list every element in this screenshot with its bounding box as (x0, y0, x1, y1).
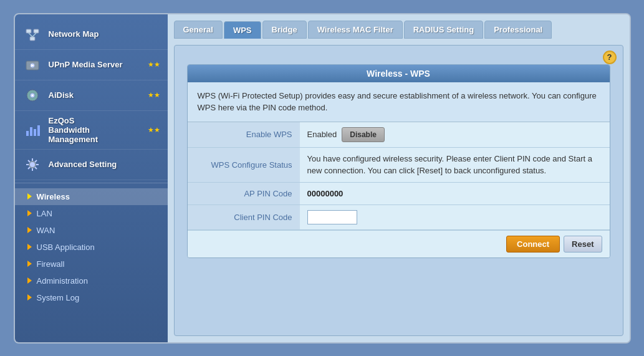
upnp-icon (22, 55, 42, 75)
svg-line-21 (35, 167, 37, 169)
sidebar-item-wan[interactable]: WAN (15, 222, 168, 239)
aidisk-star: ★★ (148, 91, 160, 99)
wps-title: Wireless - WPS (188, 65, 610, 82)
svg-rect-11 (26, 131, 29, 136)
connect-button[interactable]: Connect (506, 236, 560, 253)
enable-wps-label: Enable WPS (188, 122, 300, 147)
wireless-arrow-icon (27, 193, 32, 200)
sidebar-item-system-log[interactable]: System Log (15, 289, 168, 306)
sidebar-aidisk-label: AiDisk (49, 90, 74, 100)
tab-wireless-mac-filter[interactable]: Wireless MAC Filter (308, 21, 403, 39)
administration-arrow-icon (27, 277, 32, 284)
sidebar-item-firewall[interactable]: Firewall (15, 256, 168, 272)
lan-arrow-icon (27, 210, 32, 216)
aidisk-icon (22, 85, 42, 105)
sidebar-advanced-label: Advanced Setting (49, 160, 117, 169)
tab-bridge[interactable]: Bridge (262, 21, 307, 39)
network-map-icon (22, 24, 42, 44)
sidebar-network-map-label: Network Map (49, 29, 99, 39)
wps-configure-status-value: You have configured wireless security. P… (300, 148, 610, 182)
client-pin-label: Client PIN Code (188, 205, 300, 229)
ap-pin-label: AP PIN Code (188, 183, 300, 204)
tabs-bar: General WPS Bridge Wireless MAC Filter R… (174, 21, 623, 39)
sidebar-divider (15, 183, 168, 183)
sidebar-item-usb[interactable]: USB Application (15, 239, 168, 256)
svg-rect-0 (26, 29, 31, 33)
sidebar-system-log-label: System Log (37, 293, 80, 302)
svg-line-23 (28, 167, 30, 169)
client-pin-input[interactable] (307, 210, 357, 224)
sidebar-administration-label: Administration (37, 276, 88, 286)
sidebar-item-network-map[interactable]: Network Map (15, 19, 168, 50)
usb-arrow-icon (27, 244, 32, 250)
svg-rect-13 (34, 129, 36, 136)
main-window: Network Map UPnP Media Server ★★ (14, 13, 631, 344)
wps-container: Wireless - WPS WPS (Wi-Fi Protected Setu… (187, 64, 610, 258)
svg-rect-2 (30, 37, 35, 41)
sidebar-item-wireless[interactable]: Wireless (15, 188, 168, 205)
svg-rect-1 (34, 29, 39, 33)
sidebar-item-lan[interactable]: LAN (15, 205, 168, 222)
wps-description: WPS (Wi-Fi Protected Setup) provides eas… (188, 82, 610, 122)
client-pin-row: Client PIN Code (188, 205, 610, 230)
ezqos-icon (22, 120, 42, 140)
sidebar-wan-label: WAN (37, 226, 55, 235)
main-content: General WPS Bridge Wireless MAC Filter R… (168, 14, 630, 342)
sidebar-upnp-label: UPnP Media Server (49, 60, 123, 69)
sidebar: Network Map UPnP Media Server ★★ (15, 14, 168, 342)
svg-line-3 (29, 33, 32, 37)
wps-enable-row: Enable WPS Enabled Disable (188, 122, 610, 148)
sidebar-item-advanced[interactable]: Advanced Setting (15, 150, 168, 180)
tab-wps[interactable]: WPS (224, 21, 261, 39)
wps-configure-row: WPS Configure Status You have configured… (188, 148, 610, 183)
wps-buttons-row: Connect Reset (188, 230, 610, 257)
disable-button[interactable]: Disable (342, 127, 385, 142)
firewall-arrow-icon (27, 261, 32, 267)
svg-point-15 (29, 161, 36, 168)
sidebar-item-aidisk[interactable]: AiDisk ★★ (15, 80, 168, 111)
sidebar-item-upnp[interactable]: UPnP Media Server ★★ (15, 50, 168, 80)
ezqos-star: ★★ (148, 126, 160, 134)
sidebar-sub-section: Wireless LAN WAN USB Application Firewal… (15, 186, 168, 309)
wps-configure-status-label: WPS Configure Status (188, 148, 300, 182)
wps-panel: ? Wireless - WPS WPS (Wi-Fi Protected Se… (174, 45, 623, 336)
sidebar-item-administration[interactable]: Administration (15, 272, 168, 289)
svg-point-10 (31, 94, 33, 96)
svg-line-20 (28, 160, 30, 162)
ap-pin-value-cell: 00000000 (300, 183, 610, 204)
sidebar-item-ezqos[interactable]: EzQoS Bandwidth Management ★★ (15, 111, 168, 150)
ap-pin-row: AP PIN Code 00000000 (188, 183, 610, 205)
tab-radius-setting[interactable]: RADIUS Setting (404, 21, 484, 39)
advanced-icon (22, 155, 42, 175)
wps-configure-status-text: You have configured wireless security. P… (307, 153, 602, 177)
sidebar-wireless-label: Wireless (37, 192, 70, 201)
tab-general[interactable]: General (174, 21, 223, 39)
enabled-status-text: Enabled (307, 130, 337, 139)
reset-button[interactable]: Reset (564, 236, 602, 253)
system-log-arrow-icon (27, 294, 32, 301)
sidebar-ezqos-label: EzQoS Bandwidth Management (49, 116, 142, 144)
client-pin-value-cell (300, 205, 610, 229)
svg-line-4 (32, 33, 36, 37)
svg-rect-14 (37, 125, 40, 136)
svg-rect-12 (30, 127, 32, 136)
sidebar-lan-label: LAN (37, 209, 52, 218)
sidebar-usb-label: USB Application (37, 243, 95, 252)
wan-arrow-icon (27, 227, 32, 233)
enable-wps-value: Enabled Disable (300, 122, 610, 147)
help-button[interactable]: ? (603, 51, 617, 64)
sidebar-firewall-label: Firewall (37, 259, 65, 269)
upnp-star: ★★ (148, 60, 160, 69)
tab-professional[interactable]: Professional (484, 21, 552, 39)
ap-pin-code-value: 00000000 (307, 189, 344, 198)
svg-line-22 (35, 160, 37, 162)
